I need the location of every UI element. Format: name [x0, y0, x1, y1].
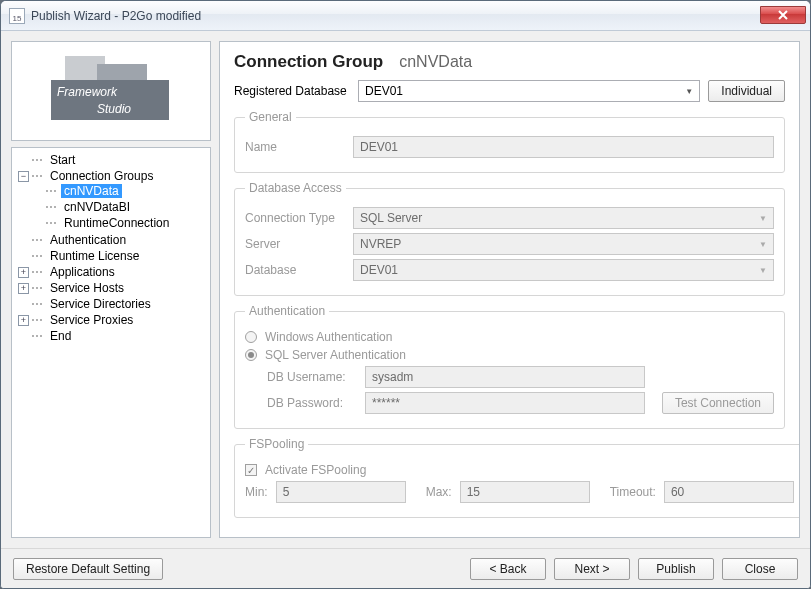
tree-item-service-hosts[interactable]: Service Hosts: [47, 281, 127, 295]
fspooling-legend: FSPooling: [245, 437, 308, 451]
chevron-down-icon: ▼: [682, 84, 696, 98]
windows-auth-label: Windows Authentication: [265, 330, 392, 344]
tree-expand-icon[interactable]: +: [18, 315, 29, 326]
db-password-field: ******: [365, 392, 645, 414]
fspooling-group: FSPooling ✓ Activate FSPooling Min: 5 Ma…: [234, 437, 800, 518]
chevron-down-icon: ▼: [756, 263, 770, 277]
page-heading: Connection Group: [234, 52, 383, 72]
pool-max-field: 15: [460, 481, 590, 503]
connection-type-label: Connection Type: [245, 211, 345, 225]
detail-panel: Connection Group cnNVData Registered Dat…: [219, 41, 800, 538]
tree-item-runtime-license[interactable]: Runtime License: [47, 249, 142, 263]
page-subheading: cnNVData: [399, 53, 472, 71]
tree-item-service-directories[interactable]: Service Directories: [47, 297, 154, 311]
registered-db-label: Registered Database: [234, 84, 350, 98]
chevron-down-icon: ▼: [756, 211, 770, 225]
window-buttons: [758, 6, 806, 26]
test-connection-button: Test Connection: [662, 392, 774, 414]
restore-default-button[interactable]: Restore Default Setting: [13, 558, 163, 580]
close-window-button[interactable]: [760, 6, 806, 24]
tree-item-runtimeconnection[interactable]: RuntimeConnection: [61, 216, 172, 230]
back-button[interactable]: < Back: [470, 558, 546, 580]
general-group: General Name DEV01: [234, 110, 785, 173]
authentication-group: Authentication Windows Authentication SQ…: [234, 304, 785, 429]
publish-button[interactable]: Publish: [638, 558, 714, 580]
registered-db-combo[interactable]: DEV01 ▼: [358, 80, 700, 102]
auth-legend: Authentication: [245, 304, 329, 318]
tree-item-start[interactable]: Start: [47, 153, 78, 167]
pool-timeout-label: Timeout:: [610, 485, 656, 499]
next-button[interactable]: Next >: [554, 558, 630, 580]
logo-box: FrameworkStudio: [11, 41, 211, 141]
tree-item-cnnvdatabi[interactable]: cnNVDataBI: [61, 200, 133, 214]
db-username-label: DB Username:: [267, 370, 357, 384]
individual-button[interactable]: Individual: [708, 80, 785, 102]
chevron-down-icon: ▼: [756, 237, 770, 251]
database-combo: DEV01▼: [353, 259, 774, 281]
titlebar: 15 Publish Wizard - P2Go modified: [1, 1, 810, 31]
pool-max-label: Max:: [426, 485, 452, 499]
connection-type-combo: SQL Server▼: [353, 207, 774, 229]
tree-item-connection-groups[interactable]: Connection Groups: [47, 169, 156, 183]
navigation-tree[interactable]: ⋯Start −⋯Connection Groups ⋯cnNVData ⋯cn…: [11, 147, 211, 538]
server-combo: NVREP▼: [353, 233, 774, 255]
db-username-field: sysadm: [365, 366, 645, 388]
footer: Restore Default Setting < Back Next > Pu…: [1, 548, 810, 588]
window-title: Publish Wizard - P2Go modified: [31, 9, 758, 23]
database-access-group: Database Access Connection Type SQL Serv…: [234, 181, 785, 296]
tree-expand-icon[interactable]: +: [18, 267, 29, 278]
windows-auth-radio: [245, 331, 257, 343]
pool-min-label: Min:: [245, 485, 268, 499]
tree-item-end[interactable]: End: [47, 329, 74, 343]
pool-min-field: 5: [276, 481, 406, 503]
tree-item-authentication[interactable]: Authentication: [47, 233, 129, 247]
database-label: Database: [245, 263, 345, 277]
server-label: Server: [245, 237, 345, 251]
pool-timeout-field: 60: [664, 481, 794, 503]
tree-expand-icon[interactable]: +: [18, 283, 29, 294]
general-legend: General: [245, 110, 296, 124]
db-password-label: DB Password:: [267, 396, 357, 410]
close-button[interactable]: Close: [722, 558, 798, 580]
publish-wizard-window: 15 Publish Wizard - P2Go modified Framew…: [0, 0, 811, 589]
name-label: Name: [245, 140, 345, 154]
dbaccess-legend: Database Access: [245, 181, 346, 195]
framework-studio-logo: FrameworkStudio: [41, 56, 181, 126]
tree-item-applications[interactable]: Applications: [47, 265, 118, 279]
app-icon: 15: [9, 8, 25, 24]
sql-auth-radio: [245, 349, 257, 361]
sql-auth-label: SQL Server Authentication: [265, 348, 406, 362]
activate-fspooling-label: Activate FSPooling: [265, 463, 366, 477]
tree-item-cnnvdata[interactable]: cnNVData: [61, 184, 122, 198]
activate-fspooling-checkbox: ✓: [245, 464, 257, 476]
tree-collapse-icon[interactable]: −: [18, 171, 29, 182]
tree-item-service-proxies[interactable]: Service Proxies: [47, 313, 136, 327]
close-icon: [777, 10, 789, 20]
name-field: DEV01: [353, 136, 774, 158]
